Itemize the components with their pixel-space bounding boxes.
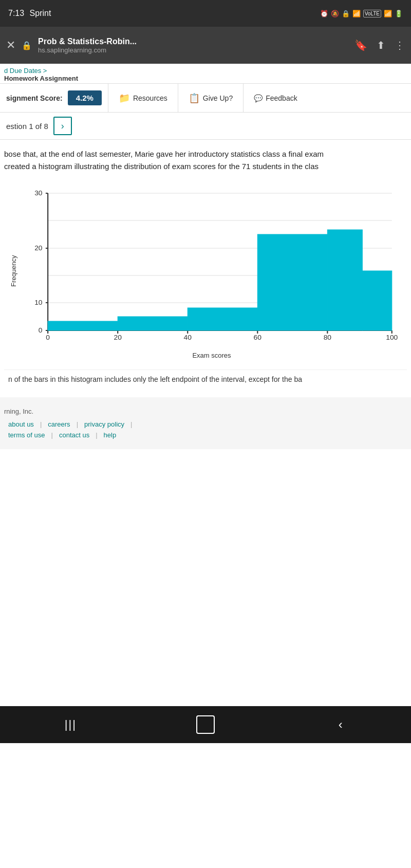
status-bar: 7:13 Sprint ⏰ 🔕 🔒 📶 VoLTE 📶 🔋 [0, 0, 411, 27]
x-axis-label: Exam scores [21, 352, 403, 359]
give-up-icon: 📋 [189, 93, 200, 104]
next-question-button[interactable]: › [53, 117, 72, 135]
question-line-2: created a histogram illustrating the dis… [4, 162, 319, 171]
more-options-icon[interactable]: ⋮ [395, 39, 405, 51]
score-label: signment Score: [6, 94, 63, 102]
svg-text:60: 60 [254, 334, 261, 341]
breadcrumb-assignment: Homework Assignment [4, 75, 407, 82]
svg-text:0: 0 [46, 334, 50, 341]
svg-text:30: 30 [34, 189, 42, 197]
bar-90-100 [362, 271, 391, 330]
resources-icon: 📁 [119, 93, 130, 104]
question-nav: estion 1 of 8 › [0, 113, 411, 140]
toolbar: signment Score: 4.2% 📁 Resources 📋 Give … [0, 84, 411, 113]
feedback-button[interactable]: 💬 Feedback [244, 84, 307, 113]
histogram-chart: Frequency 30 20 [4, 183, 407, 359]
recent-apps-button[interactable]: ||| [55, 709, 86, 740]
breadcrumb-due-dates[interactable]: d Due Dates > [4, 67, 407, 75]
question-label: estion 1 of 8 [6, 122, 48, 131]
back-button[interactable]: ‹ [325, 709, 356, 740]
status-time-carrier: 7:13 Sprint [8, 9, 51, 18]
feedback-label: Feedback [266, 94, 297, 102]
footer-company: rning, Inc. [4, 408, 407, 415]
svg-text:0: 0 [39, 326, 43, 334]
bar-80-90 [327, 230, 362, 330]
browser-url: hs.saplinglearning.com [38, 46, 348, 54]
browser-actions: 🔖 ⬆ ⋮ [354, 39, 405, 51]
svg-text:10: 10 [34, 299, 42, 306]
privacy-policy-link[interactable]: privacy policy [80, 420, 128, 428]
volte-label: VoLTE [363, 10, 381, 17]
help-link[interactable]: help [100, 431, 121, 439]
question-text: bose that, at the end of last semester, … [4, 148, 407, 173]
resources-label: Resources [133, 94, 167, 102]
terms-of-use-link[interactable]: terms of use [4, 431, 49, 439]
browser-title-block: Prob & Statistics-Robin... hs.saplinglea… [38, 37, 348, 54]
footer-note: n of the bars in this histogram includes… [4, 370, 407, 389]
footer-links-row2: terms of use | contact us | help [4, 431, 407, 439]
svg-text:40: 40 [184, 334, 192, 341]
status-carrier: Sprint [30, 9, 51, 17]
mute-icon: 🔕 [331, 10, 339, 17]
lock-secure-icon: 🔒 [22, 41, 32, 50]
close-tab-button[interactable]: ✕ [6, 39, 15, 52]
svg-text:20: 20 [34, 244, 42, 252]
bookmark-icon[interactable]: 🔖 [354, 39, 367, 51]
score-badge: 4.2% [68, 90, 102, 105]
bottom-nav: ||| ‹ [0, 706, 411, 743]
question-line-1: bose that, at the end of last semester, … [4, 150, 324, 158]
svg-text:100: 100 [386, 334, 398, 341]
chart-wrapper: Frequency 30 20 [8, 183, 403, 359]
about-us-link[interactable]: about us [4, 420, 38, 428]
signal-icon: 📶 [384, 10, 392, 17]
lock-icon: 🔒 [342, 10, 350, 17]
histogram-svg: 30 20 10 0 0 20 40 60 80 100 [21, 183, 403, 347]
bar-60-80 [257, 234, 327, 330]
alarm-icon: ⏰ [320, 10, 328, 17]
bar-0-20 [48, 321, 118, 330]
svg-text:20: 20 [114, 334, 122, 341]
browser-bar: ✕ 🔒 Prob & Statistics-Robin... hs.saplin… [0, 27, 411, 64]
battery-icon: 🔋 [395, 10, 403, 17]
chart-area: 30 20 10 0 0 20 40 60 80 100 [21, 183, 403, 359]
y-axis-label: Frequency [8, 183, 18, 359]
breadcrumb: d Due Dates > Homework Assignment [0, 64, 411, 84]
careers-link[interactable]: careers [44, 420, 74, 428]
give-up-button[interactable]: 📋 Give Up? [178, 84, 244, 113]
svg-text:80: 80 [324, 334, 331, 341]
contact-us-link[interactable]: contact us [55, 431, 94, 439]
footer-section: rning, Inc. about us | careers | privacy… [0, 397, 411, 449]
give-up-label: Give Up? [203, 94, 233, 102]
score-section: signment Score: 4.2% [0, 90, 108, 105]
footer-links-row1: about us | careers | privacy policy | [4, 420, 407, 428]
status-icons: ⏰ 🔕 🔒 📶 VoLTE 📶 🔋 [320, 10, 403, 17]
feedback-icon: 💬 [254, 94, 263, 102]
wifi-icon: 📶 [352, 10, 361, 17]
bar-20-40 [118, 317, 188, 330]
status-time: 7:13 [8, 9, 24, 17]
bar-40-60 [188, 308, 257, 330]
resources-button[interactable]: 📁 Resources [108, 84, 178, 113]
content-area: bose that, at the end of last semester, … [0, 140, 411, 397]
page-title: Prob & Statistics-Robin... [38, 37, 348, 46]
share-icon[interactable]: ⬆ [377, 39, 385, 51]
content-spacer [0, 449, 411, 706]
home-button[interactable] [196, 715, 215, 734]
